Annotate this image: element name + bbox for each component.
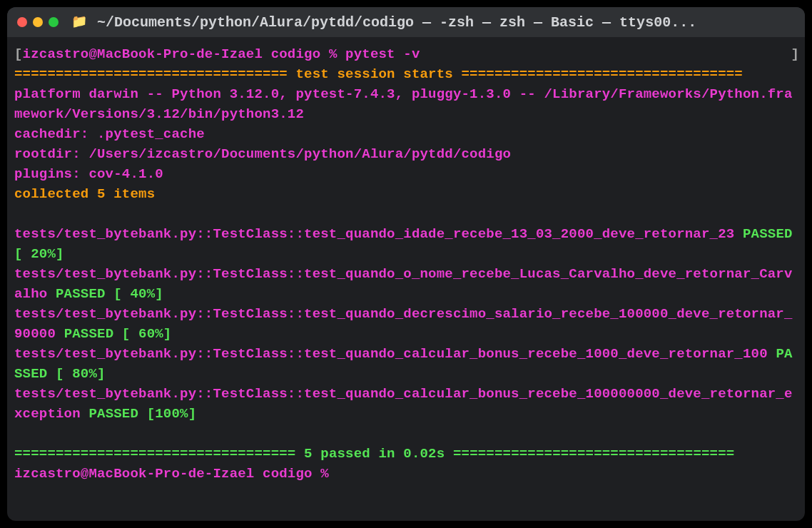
maximize-icon[interactable] [49,17,59,27]
session-header: test session starts [295,66,452,82]
test-status: PASSED [64,326,114,342]
summary-rule-left: ================================== [14,446,304,462]
collected-line: collected 5 items [14,186,155,202]
test-path: tests/test_bytebank.py::TestClass::test_… [14,346,776,362]
terminal-body[interactable]: [izcastro@MacBook-Pro-de-Izael codigo % … [7,37,805,521]
test-pct: [ 40%] [106,286,163,302]
test-pct: [100%] [138,406,196,422]
prompt-user-host: izcastro@MacBook-Pro-de-Izael codigo % [14,466,337,482]
summary-passed: 5 passed [304,446,370,462]
env-rootdir: rootdir: /Users/izcastro/Documents/pytho… [14,146,511,162]
prompt-open-bracket: [ [14,46,23,62]
window-title: ~/Documents/python/Alura/pytdd/codigo — … [97,14,696,31]
minimize-icon[interactable] [33,17,43,27]
prompt-command: pytest -v [345,46,420,62]
folder-icon: 📁 [71,16,87,29]
test-status: PASSED [88,406,138,422]
session-rule-right: ================================== [453,66,743,82]
terminal-window: 📁 ~/Documents/python/Alura/pytdd/codigo … [7,7,805,521]
close-icon[interactable] [17,17,27,27]
env-plugins: plugins: cov-4.1.0 [14,166,163,182]
env-cachedir: cachedir: .pytest_cache [14,126,205,142]
session-rule-left: ================================= [14,66,295,82]
prompt-close-bracket: ] [791,44,799,64]
prompt-user-host: izcastro@MacBook-Pro-de-Izael codigo % [23,46,345,62]
env-platform: platform darwin -- Python 3.12.0, pytest… [14,86,793,122]
test-pct: [ 60%] [113,326,171,342]
test-pct: [ 80%] [47,366,105,382]
test-status: PASSED [56,286,106,302]
summary-rule-right: ================================== [445,446,734,462]
summary-timing: in 0.02s [370,446,445,462]
titlebar: 📁 ~/Documents/python/Alura/pytdd/codigo … [7,7,805,37]
test-status: PASSED [743,226,793,242]
test-path: tests/test_bytebank.py::TestClass::test_… [14,226,743,242]
